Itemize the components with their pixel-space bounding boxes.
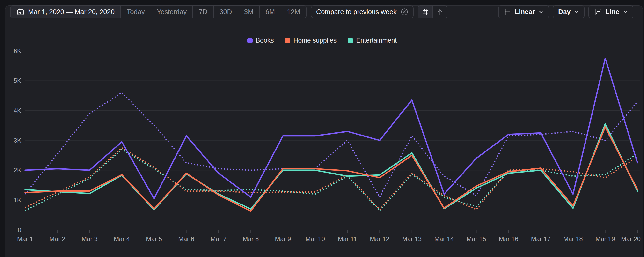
y-axis-tick-label: 6K [14, 47, 21, 55]
legend-label: Home supplies [294, 37, 337, 44]
preset-button-12m[interactable]: 12M [281, 6, 306, 18]
grid-export-segmented-control [418, 5, 448, 18]
x-axis-tick-label: Mar 1 [17, 235, 33, 242]
x-axis-tick-label: Mar 6 [178, 235, 194, 242]
scale-label: Linear [515, 8, 535, 16]
legend-item-entertainment[interactable]: Entertainment [348, 37, 397, 44]
x-axis-tick-label: Mar 8 [243, 235, 259, 242]
y-axis-tick-label: 5K [14, 77, 21, 84]
grid-toggle-button[interactable] [418, 6, 432, 18]
books-swatch-icon [247, 38, 252, 43]
legend-item-home-supplies[interactable]: Home supplies [285, 37, 337, 44]
x-axis-tick-label: Mar 5 [146, 235, 162, 242]
y-axis-tick-label: 1K [14, 196, 21, 204]
date-range-button[interactable]: Mar 1, 2020 — Mar 20, 2020 [11, 6, 120, 18]
preset-button-6m[interactable]: 6M [259, 6, 281, 18]
legend-label: Entertainment [356, 37, 397, 44]
x-axis-tick-label: Mar 2 [49, 235, 65, 242]
date-preset-segmented-control: Mar 1, 2020 — Mar 20, 2020 Today Yesterd… [10, 5, 306, 18]
x-axis-tick-label: Mar 16 [499, 235, 518, 242]
calendar-icon [16, 8, 25, 16]
chart-type-dropdown[interactable]: Line [588, 5, 633, 18]
x-axis-tick-label: Mar 17 [531, 235, 551, 242]
date-range-label: Mar 1, 2020 — Mar 20, 2020 [28, 8, 114, 16]
home-supplies-swatch-icon [285, 38, 290, 43]
y-axis-tick-label: 3K [14, 137, 21, 144]
entertainment-swatch-icon [348, 38, 353, 43]
x-axis-tick-label: Mar 20 [621, 235, 640, 242]
grid-icon [422, 8, 429, 16]
x-axis-tick-label: Mar 14 [434, 235, 454, 242]
legend-label: Books [256, 37, 274, 44]
chart-type-label: Line [605, 8, 619, 16]
remove-compare-icon[interactable] [400, 8, 408, 16]
export-button[interactable] [432, 6, 447, 18]
compare-label: Compare to previous week [316, 8, 397, 16]
x-axis-tick-label: Mar 7 [210, 235, 226, 242]
x-axis-tick-label: Mar 10 [305, 235, 325, 242]
granularity-dropdown[interactable]: Day [553, 5, 584, 18]
x-axis-tick-label: Mar 19 [596, 235, 615, 242]
chevron-down-icon [538, 9, 544, 15]
x-axis-tick-label: Mar 12 [370, 235, 390, 242]
line-chart-icon [594, 8, 602, 16]
x-axis-tick-label: Mar 13 [402, 235, 422, 242]
x-axis-tick-label: Mar 9 [275, 235, 291, 242]
x-axis-tick-label: Mar 18 [563, 235, 583, 242]
chart-legend: Books Home supplies Entertainment [0, 37, 644, 44]
chevron-down-icon [574, 9, 579, 15]
toolbar-left-group: Mar 1, 2020 — Mar 20, 2020 Today Yesterd… [10, 5, 448, 18]
scale-dropdown[interactable]: Linear [498, 5, 549, 18]
toolbar-right-group: Linear Day Line [498, 5, 633, 18]
y-axis-tick-label: 0 [18, 226, 21, 233]
y-axis-tick-label: 2K [14, 166, 21, 174]
granularity-label: Day [558, 8, 570, 16]
arrow-up-icon [436, 8, 444, 16]
series-line-home-supplies [25, 127, 638, 211]
preset-button-7d[interactable]: 7D [192, 6, 213, 18]
series-line-entertainment [25, 124, 638, 209]
legend-item-books[interactable]: Books [247, 37, 274, 44]
y-axis-tick-label: 4K [14, 107, 21, 114]
series-line-entertainment-previous [25, 149, 638, 210]
x-axis-tick-label: Mar 3 [82, 235, 98, 242]
x-axis-tick-label: Mar 4 [114, 235, 130, 242]
x-axis-tick-label: Mar 15 [466, 235, 486, 242]
preset-button-30d[interactable]: 30D [213, 6, 238, 18]
series-line-books-previous [25, 93, 638, 197]
preset-button-3m[interactable]: 3M [238, 6, 259, 18]
chevron-down-icon [623, 9, 628, 15]
preset-button-yesterday[interactable]: Yesterday [150, 6, 193, 18]
compare-toggle-button[interactable]: Compare to previous week [311, 5, 414, 18]
linear-scale-icon [504, 8, 511, 16]
toolbar: Mar 1, 2020 — Mar 20, 2020 Today Yesterd… [10, 5, 633, 18]
x-axis-tick-label: Mar 11 [338, 235, 357, 242]
preset-button-today[interactable]: Today [120, 6, 150, 18]
